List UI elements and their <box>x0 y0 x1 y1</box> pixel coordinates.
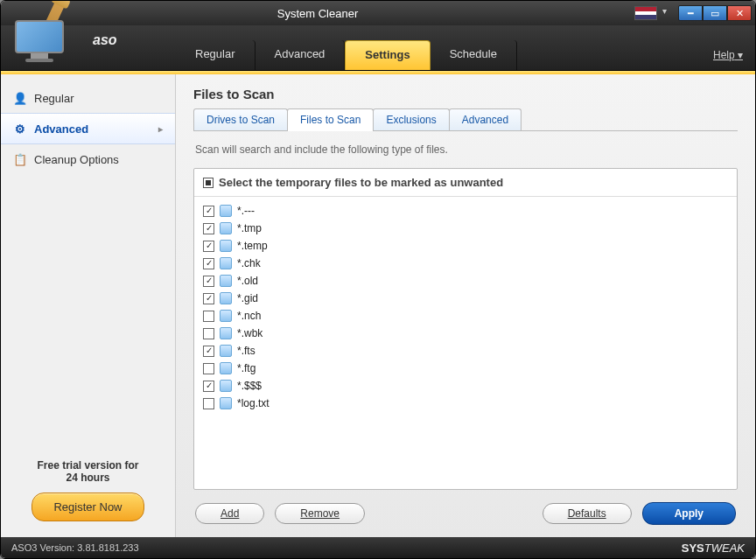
minimize-button[interactable]: ━ <box>678 5 703 21</box>
flag-icon <box>634 6 657 20</box>
app-logo <box>10 10 71 62</box>
file-pattern: *.temp <box>237 240 268 252</box>
file-pattern: *.fts <box>237 345 256 357</box>
files-panel: Select the temporary files to be marked … <box>193 168 738 490</box>
nav-tab-schedule[interactable]: Schedule <box>430 40 517 70</box>
file-row[interactable]: *.--- <box>201 202 730 220</box>
file-pattern: *.old <box>237 275 258 287</box>
close-button[interactable]: ✕ <box>727 5 752 21</box>
version-text: ASO3 Version: 3.81.8181.233 <box>11 542 139 553</box>
titlebar: System Cleaner ━ ▭ ✕ <box>1 1 755 25</box>
add-button[interactable]: Add <box>195 503 264 524</box>
file-checkbox[interactable] <box>203 258 214 269</box>
sidebar: 👤Regular⚙Advanced▸📋Cleanup Options Free … <box>1 74 176 537</box>
file-icon <box>220 257 232 269</box>
select-all-checkbox[interactable] <box>203 178 214 188</box>
panel-title: Select the temporary files to be marked … <box>219 176 503 189</box>
monitor-broom-icon <box>10 10 71 62</box>
nav-tab-advanced[interactable]: Advanced <box>256 40 346 70</box>
maximize-button[interactable]: ▭ <box>703 5 727 21</box>
file-row[interactable]: *.tmp <box>201 220 730 237</box>
trial-line1: Free trial version for <box>8 459 168 472</box>
file-checkbox[interactable] <box>203 346 214 357</box>
file-row[interactable]: *.ftg <box>201 360 730 377</box>
file-pattern: *.chk <box>237 257 261 269</box>
sidebar-item-label: Advanced <box>34 122 88 136</box>
nav-tab-regular[interactable]: Regular <box>176 40 256 70</box>
window-title: System Cleaner <box>1 7 634 20</box>
file-checkbox[interactable] <box>203 381 214 392</box>
vendor-logo: SYSTWEAK <box>682 542 745 555</box>
file-pattern: *.tmp <box>237 222 262 234</box>
sidebar-item-cleanup-options[interactable]: 📋Cleanup Options <box>1 144 175 174</box>
panel-header: Select the temporary files to be marked … <box>194 169 737 197</box>
file-checkbox[interactable] <box>203 363 214 374</box>
file-row[interactable]: *.gid <box>201 290 730 307</box>
subtab-advanced[interactable]: Advanced <box>449 108 522 130</box>
file-pattern: *.nch <box>237 310 261 322</box>
brand-text: aso <box>93 32 117 48</box>
file-row[interactable]: *.temp <box>201 237 730 255</box>
file-icon <box>220 222 232 234</box>
file-checkbox[interactable] <box>203 241 214 252</box>
main-content: Files to Scan Drives to ScanFiles to Sca… <box>176 74 755 537</box>
file-checkbox[interactable] <box>203 311 214 322</box>
sidebar-item-advanced[interactable]: ⚙Advanced▸ <box>1 113 175 144</box>
file-checkbox[interactable] <box>203 276 214 287</box>
file-icon <box>220 205 232 217</box>
trial-info: Free trial version for 24 hours Register… <box>1 451 175 537</box>
file-pattern: *log.txt <box>237 397 270 409</box>
sub-tabs: Drives to ScanFiles to ScanExclusionsAdv… <box>193 108 738 131</box>
file-row[interactable]: *.nch <box>201 307 730 325</box>
register-button[interactable]: Register Now <box>32 493 144 521</box>
file-pattern: *.wbk <box>237 327 262 339</box>
file-icon <box>220 397 232 409</box>
sidebar-item-label: Cleanup Options <box>34 153 119 166</box>
trial-line2: 24 hours <box>8 472 168 484</box>
file-checkbox[interactable] <box>203 206 214 217</box>
file-row[interactable]: *.old <box>201 272 730 290</box>
file-icon <box>220 240 232 252</box>
file-pattern: *.gid <box>237 292 258 304</box>
button-row: Add Remove Defaults Apply <box>193 490 738 527</box>
file-checkbox[interactable] <box>203 223 214 234</box>
file-icon <box>220 345 232 357</box>
language-selector[interactable] <box>634 6 664 20</box>
subtab-exclusions[interactable]: Exclusions <box>373 108 449 130</box>
file-icon <box>220 292 232 304</box>
file-pattern: *.ftg <box>237 362 256 374</box>
nav-tab-settings[interactable]: Settings <box>345 40 430 70</box>
file-row[interactable]: *.wbk <box>201 325 730 342</box>
defaults-button[interactable]: Defaults <box>542 503 632 524</box>
file-pattern: *.$$$ <box>237 380 262 392</box>
sidebar-item-regular[interactable]: 👤Regular <box>1 83 175 113</box>
body: 👤Regular⚙Advanced▸📋Cleanup Options Free … <box>1 74 755 537</box>
description-text: Scan will search and include the followi… <box>193 131 738 168</box>
help-link[interactable]: Help ▾ <box>713 49 743 61</box>
file-row[interactable]: *.chk <box>201 255 730 272</box>
file-icon <box>220 275 232 287</box>
file-icon <box>220 327 232 339</box>
file-icon <box>220 362 232 374</box>
file-list[interactable]: *.---*.tmp*.temp*.chk*.old*.gid*.nch*.wb… <box>194 197 737 489</box>
file-row[interactable]: *.fts <box>201 342 730 360</box>
apply-button[interactable]: Apply <box>642 502 736 525</box>
file-checkbox[interactable] <box>203 328 214 339</box>
status-bar: ASO3 Version: 3.81.8181.233 SYSTWEAK <box>1 537 755 558</box>
file-row[interactable]: *.$$$ <box>201 377 730 395</box>
file-checkbox[interactable] <box>203 398 214 409</box>
user-icon: 👤 <box>13 91 27 105</box>
page-title: Files to Scan <box>193 87 738 101</box>
file-pattern: *.--- <box>237 205 255 217</box>
file-row[interactable]: *log.txt <box>201 395 730 412</box>
subtab-drives-to-scan[interactable]: Drives to Scan <box>193 108 288 130</box>
app-window: System Cleaner ━ ▭ ✕ aso RegularAdvanced… <box>0 0 756 559</box>
file-checkbox[interactable] <box>203 293 214 304</box>
gear-icon: ⚙ <box>13 122 27 136</box>
remove-button[interactable]: Remove <box>275 503 365 524</box>
window-controls: ━ ▭ ✕ <box>678 5 752 21</box>
subtab-files-to-scan[interactable]: Files to Scan <box>287 108 374 130</box>
file-icon <box>220 380 232 392</box>
options-icon: 📋 <box>13 152 27 166</box>
sidebar-item-label: Regular <box>34 92 74 105</box>
